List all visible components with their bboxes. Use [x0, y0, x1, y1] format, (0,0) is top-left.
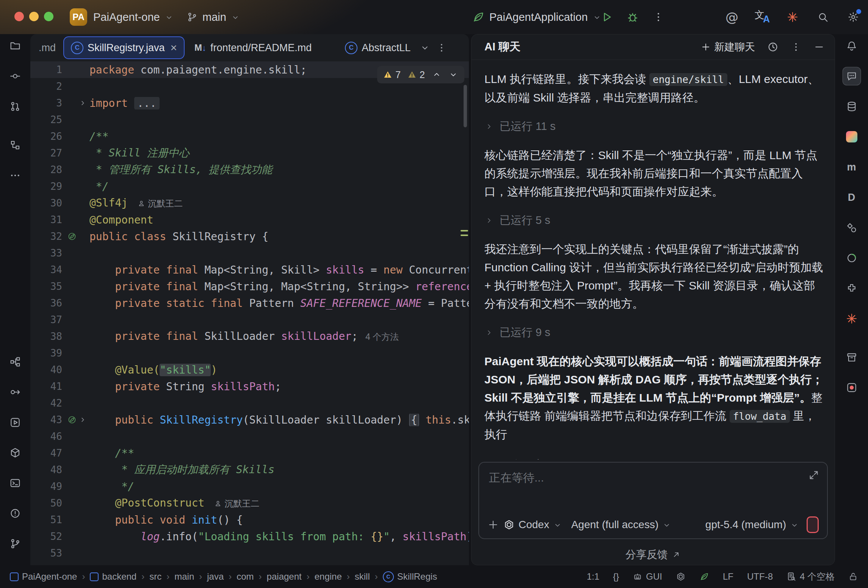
fold-chevron-icon[interactable]	[78, 416, 87, 424]
new-chat-button[interactable]: 新建聊天	[701, 40, 755, 54]
line-number[interactable]: 3	[30, 97, 65, 109]
translate-icon[interactable]: 文A	[754, 8, 771, 26]
line-number[interactable]: 43	[30, 414, 65, 425]
more-tools-icon[interactable]	[6, 167, 24, 184]
line-number[interactable]: 49	[30, 481, 65, 492]
indent-indicator[interactable]: 4 个空格	[787, 571, 835, 583]
window-close-button[interactable]	[14, 12, 24, 21]
run-duration-toggle[interactable]: 已运行 5 s	[484, 213, 823, 228]
more-actions-icon[interactable]	[650, 8, 667, 26]
breadcrumb-item[interactable]: java	[207, 571, 224, 582]
notifications-icon[interactable]	[843, 37, 860, 55]
breadcrumb-item[interactable]: engine	[315, 571, 342, 582]
close-icon[interactable]: ×	[171, 41, 177, 54]
commit-icon[interactable]	[6, 67, 24, 85]
tab--md[interactable]: .md	[35, 34, 60, 61]
editor-scrollbar[interactable]	[464, 85, 467, 127]
window-minimize-button[interactable]	[29, 12, 39, 21]
debug-button[interactable]	[624, 8, 641, 26]
breadcrumb-item[interactable]: PaiAgent-one	[10, 571, 77, 582]
tab-abstractll[interactable]: CAbstractLL	[339, 34, 417, 61]
structure-icon[interactable]	[6, 136, 24, 154]
run-tool-icon[interactable]	[6, 414, 24, 431]
gradle-icon[interactable]	[843, 249, 860, 267]
previous-problem-icon[interactable]	[432, 70, 442, 80]
line-number[interactable]: 47	[30, 447, 65, 459]
next-problem-icon[interactable]	[448, 70, 458, 80]
chat-input[interactable]: 正在等待... Codex Agent (full access) gpt-5.…	[478, 462, 828, 539]
gui-indicator[interactable]: GUI	[633, 571, 662, 582]
share-feedback-link[interactable]: 分享反馈	[472, 547, 835, 562]
problems-icon[interactable]	[6, 505, 24, 522]
tab-frontend-readme-md[interactable]: M↓frontend/README.md	[188, 34, 318, 61]
window-zoom-button[interactable]	[44, 12, 53, 21]
breadcrumb-item[interactable]: skill	[355, 571, 370, 582]
letter-d-icon[interactable]: D	[843, 189, 860, 206]
line-number[interactable]: 42	[30, 397, 65, 409]
git-branch-switcher[interactable]: main	[186, 8, 239, 26]
line-number[interactable]: 37	[30, 314, 65, 325]
line-number[interactable]: 53	[30, 547, 65, 559]
line-number[interactable]: 46	[30, 431, 65, 442]
file-encoding[interactable]: UTF-8	[747, 571, 773, 582]
breadcrumb-item[interactable]: com	[237, 571, 254, 582]
run-configuration-selector[interactable]: PaiAgentApplication	[472, 8, 601, 26]
fold-chevron-icon[interactable]	[78, 99, 87, 107]
inspections-widget[interactable]: 7 2	[377, 66, 464, 83]
line-number[interactable]: 34	[30, 264, 65, 275]
line-number[interactable]: 32	[30, 231, 65, 242]
line-number[interactable]: 48	[30, 464, 65, 475]
profiler-icon[interactable]	[843, 379, 860, 396]
database-icon[interactable]	[843, 98, 860, 115]
attach-icon[interactable]	[487, 519, 499, 530]
maven-icon[interactable]: m	[843, 158, 860, 176]
spring-status-icon[interactable]	[699, 572, 709, 582]
line-number[interactable]: 52	[30, 531, 65, 542]
pull-requests-icon[interactable]	[6, 98, 24, 115]
show-hidden-tabs-button[interactable]	[417, 39, 433, 56]
breadcrumb-item[interactable]: main	[174, 571, 194, 582]
starburst-icon[interactable]	[784, 8, 801, 26]
line-number[interactable]: 28	[30, 164, 65, 175]
code-editor[interactable]: 1package com.paiagent.engine.skill;23imp…	[30, 61, 469, 565]
stop-generation-button[interactable]	[807, 516, 819, 533]
line-number[interactable]: 38	[30, 331, 65, 342]
line-number[interactable]: 26	[30, 131, 65, 142]
line-number[interactable]: 50	[30, 497, 65, 509]
line-number[interactable]: 51	[30, 514, 65, 525]
run-duration-toggle[interactable]: 已运行 11 s	[484, 119, 823, 134]
openai-status-icon[interactable]	[676, 572, 686, 582]
spring-bean-icon[interactable]	[67, 232, 77, 241]
tab-options-icon[interactable]	[433, 39, 450, 56]
provider-selector[interactable]: Codex	[503, 519, 561, 531]
assets-icon[interactable]	[843, 128, 860, 145]
line-number[interactable]: 36	[30, 297, 65, 309]
run-button[interactable]	[598, 8, 616, 26]
search-icon[interactable]	[814, 8, 832, 26]
line-number[interactable]: 40	[30, 364, 65, 375]
archive-icon[interactable]	[843, 349, 860, 366]
line-number[interactable]: 29	[30, 181, 65, 192]
minimize-panel-icon[interactable]	[813, 41, 825, 53]
endpoints-icon[interactable]	[6, 383, 24, 401]
line-number[interactable]: 27	[30, 147, 65, 159]
services-icon[interactable]	[6, 353, 24, 371]
terminal-icon[interactable]	[6, 474, 24, 492]
breadcrumb-item[interactable]: backend	[90, 571, 136, 582]
breadcrumb-item[interactable]: CSkillRegis	[383, 571, 437, 582]
line-number[interactable]: 31	[30, 214, 65, 225]
line-number[interactable]: 41	[30, 381, 65, 392]
plugin-icon[interactable]	[843, 280, 860, 297]
line-separator[interactable]: LF	[723, 571, 733, 582]
run-duration-toggle[interactable]: 已运行 9 s	[484, 325, 823, 340]
build-icon[interactable]	[6, 444, 24, 461]
breadcrumb-item[interactable]: src	[149, 571, 161, 582]
braces-indicator[interactable]: {}	[613, 571, 619, 582]
shapes-icon[interactable]	[843, 219, 860, 236]
more-options-icon[interactable]	[791, 42, 801, 52]
spring-bean-icon[interactable]	[67, 415, 77, 424]
settings-icon[interactable]	[844, 8, 862, 26]
expand-input-icon[interactable]	[808, 469, 819, 481]
caret-position[interactable]: 1:1	[587, 571, 599, 582]
line-number[interactable]: 35	[30, 281, 65, 292]
